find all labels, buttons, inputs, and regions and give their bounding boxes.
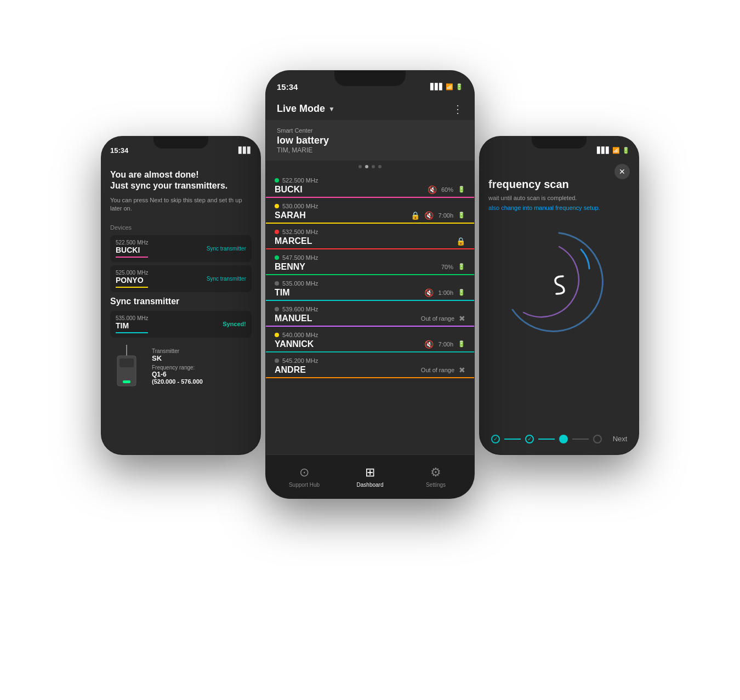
phone-right: ▋▋▋ 📶 🔋 ✕ frequency scan wait until auto… [480,136,639,454]
nav-dashboard[interactable]: ⊞ Dashboard [337,465,403,488]
sync-title: Sync transmitter [110,297,252,306]
andre-color-bar [266,377,474,378]
dot-2 [365,165,368,168]
left-signal-icon: ▋▋▋ [238,147,252,154]
freq-range-label: Frequency range: [152,365,203,371]
bucki-center-freq: 522.500 MHz [282,177,318,184]
channel-marcel[interactable]: 532.500 MHz MARCEL 🔒 [266,224,474,250]
tim-freq-row: 535.000 MHz [275,280,465,287]
marcel-freq-row: 532.500 MHz [275,229,465,235]
support-hub-label: Support Hub [289,482,320,488]
tim-status: 🔇 1:00h 🔋 [424,288,465,297]
yannick-freq: 540.000 MHz [282,332,318,338]
channel-andre[interactable]: 545.200 MHz ANDRE Out of range ✖ [266,353,474,379]
andre-freq: 545.200 MHz [282,357,318,364]
sync-device-row-tim: 535.000 MHz TIM Synced! [110,311,252,338]
tim-bar [116,332,148,333]
bucki-freq: 522.500 MHz [116,240,148,246]
sarah-color-bar [266,223,474,224]
bucki-channel-name: BUCKI [275,185,303,195]
nav-support-hub[interactable]: ⊙ Support Hub [271,465,337,488]
benny-freq-row: 547.500 MHz [275,254,465,261]
more-options-icon[interactable]: ⋮ [452,103,463,116]
bucki-color-bar [266,197,474,198]
smart-center-label: Smart Center [277,127,463,134]
yannick-time: 7:00h [438,341,453,348]
marcel-status: 🔒 [456,237,465,246]
channel-sarah[interactable]: 530.000 MHz SARAH 🔒 🔇 7:00h 🔋 [266,198,474,224]
transmitter-image [110,342,143,391]
sarah-status: 🔒 🔇 7:00h 🔋 [411,211,465,220]
settings-icon: ⚙ [430,465,441,480]
channel-list: 522.500 MHz BUCKI 🔇 60% 🔋 [266,173,474,379]
tim-info: 535.000 MHz TIM [116,315,148,333]
manuel-status: Out of range ✖ [421,314,465,323]
bucki-sync-btn[interactable]: Sync transmitter [207,246,246,252]
device-info-bucki: 522.500 MHz BUCKI [116,240,148,258]
smart-center-banner: Smart Center low battery TIM, MARIE [266,121,474,161]
channel-manuel[interactable]: 539.600 MHz MANUEL Out of range ✖ [266,301,474,327]
center-signal-icon: ▋▋▋ [430,83,443,90]
left-notch [153,136,208,149]
manuel-name-row: MANUEL Out of range ✖ [275,314,465,323]
tim-battery-icon: 🔋 [458,289,465,296]
device-row-bucki: 522.500 MHz BUCKI Sync transmitter [110,235,252,262]
manuel-bt-icon: ✖ [459,314,465,323]
sync-section: Sync transmitter 535.000 MHz TIM Synced! [110,297,252,391]
transmitter-label: Transmitter [152,348,203,354]
sarah-lock-icon: 🔒 [411,211,420,220]
bucki-battery-icon: 🔋 [458,186,465,193]
left-content: You are almost done!Just sync your trans… [101,161,260,454]
left-title: You are almost done!Just sync your trans… [110,169,252,192]
svg-rect-3 [123,380,130,383]
bucki-battery-pct: 60% [441,186,453,193]
dot-3 [372,165,375,168]
channel-yannick[interactable]: 540.000 MHz YANNICK 🔇 7:00h 🔋 [266,327,474,353]
wizard-step-3 [559,435,568,443]
yannick-name-row: YANNICK 🔇 7:00h 🔋 [275,339,465,349]
svg-rect-2 [119,358,134,367]
tim-freq: 535.000 MHz [116,315,148,321]
right-wifi-icon: 📶 [612,147,620,154]
svg-rect-4 [545,269,573,296]
channel-tim[interactable]: 535.000 MHz TIM 🔇 1:00h 🔋 [266,276,474,301]
marcel-freq: 532.500 MHz [282,229,318,235]
freq-scan-link[interactable]: also change into manual frequency setup. [488,204,630,211]
right-signal-icon: ▋▋▋ [597,147,610,154]
live-mode-label: Live Mode [277,103,325,115]
next-button[interactable]: Next [613,435,628,443]
freq-scan-desc: wait until auto scan is completed. [488,194,630,202]
sarah-time: 7:00h [438,212,453,219]
sarah-channel-name: SARAH [275,210,306,220]
nav-settings[interactable]: ⚙ Settings [403,465,469,488]
benny-channel-name: BENNY [275,262,305,272]
ponyo-sync-btn[interactable]: Sync transmitter [207,276,246,282]
dropdown-arrow-icon[interactable]: ▼ [328,105,335,113]
marcel-name-row: MARCEL 🔒 [275,236,465,246]
bucki-mute-icon: 🔇 [428,185,437,194]
tim-name: TIM [116,321,148,330]
wizard-step-1: ✓ [491,435,500,443]
manuel-status-dot [275,307,279,311]
andre-bt-icon: ✖ [459,366,465,374]
ponyo-name: PONYO [116,276,148,284]
marcel-status-dot [275,230,279,234]
transmitter-model: SK [152,354,203,362]
marcel-lock-icon: 🔒 [456,237,465,246]
center-notch [334,71,406,86]
right-notch [532,136,587,149]
right-battery-icon: 🔋 [622,147,630,154]
andre-freq-row: 545.200 MHz [275,357,465,364]
channel-benny[interactable]: 547.500 MHz BENNY 70% 🔋 [266,250,474,276]
transmitter-details: Transmitter SK Frequency range: Q1-6 (52… [152,348,203,385]
andre-status: Out of range ✖ [421,366,465,374]
andre-status-dot [275,358,279,363]
sennheiser-logo [545,269,573,296]
ponyo-freq: 525.000 MHz [116,270,148,276]
freq-range-value: Q1-6 [152,371,203,378]
channel-bucki[interactable]: 522.500 MHz BUCKI 🔇 60% 🔋 [266,173,474,198]
tim-time: 1:00h [438,289,453,296]
center-content: Live Mode ▼ ⋮ Smart Center low battery T… [266,98,474,498]
yannick-battery-icon: 🔋 [458,340,465,348]
yannick-color-bar [266,351,474,352]
